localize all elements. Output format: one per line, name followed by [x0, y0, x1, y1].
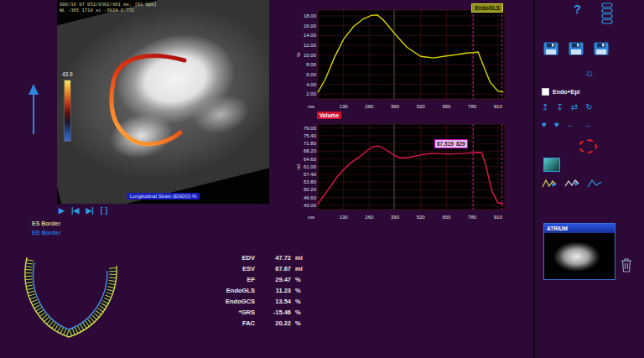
spine-icon[interactable]	[599, 2, 615, 25]
volume-chart[interactable]: 79.0075.4071.8068.2064.6061.0057.4053.80…	[295, 114, 510, 223]
curve-export-button[interactable]	[542, 178, 557, 189]
strain-chart[interactable]: 18.0016.0014.0012.0010.008.006.004.002.0…	[295, 3, 510, 112]
save-image-button[interactable]	[569, 42, 584, 55]
svg-text:780: 780	[468, 215, 477, 220]
endo-border-button[interactable]: ♥	[542, 120, 547, 130]
border-legend: ES Border ED Border	[32, 220, 61, 237]
measure-label: EndoGCS	[211, 296, 255, 307]
measurement-row: EF 29.47 %	[211, 274, 307, 285]
measurement-row: *GRS -15.46 %	[211, 307, 307, 318]
svg-text:18.00: 18.00	[304, 13, 317, 18]
smooth-up-button[interactable]: ↥	[542, 102, 548, 112]
ultrasound-viewer[interactable]: 000/19 07 052/0362/981 ms. [61 bpm] WL -…	[57, 0, 269, 204]
measure-unit: %	[295, 285, 307, 296]
help-button[interactable]: ?	[574, 2, 581, 16]
svg-text:130: 130	[340, 104, 349, 109]
parametric-map-button[interactable]	[543, 158, 560, 172]
sidebar-divider	[533, 0, 535, 358]
endo-epi-checkbox[interactable]	[542, 88, 549, 96]
curve-compare-button[interactable]	[587, 178, 602, 189]
measure-value: 13.54	[259, 296, 291, 307]
strain-contour-overlay	[57, 0, 269, 204]
epi-border-button[interactable]: ♥	[554, 120, 559, 130]
svg-text:2.00: 2.00	[306, 91, 316, 96]
border-edit-row: ♥ ♥ ← →	[542, 120, 591, 130]
endo-epi-label: Endo+Epi	[553, 89, 579, 95]
endogls-badge: EndoGLS	[471, 3, 503, 13]
svg-text:390: 390	[391, 104, 400, 109]
svg-text:68.20: 68.20	[304, 148, 317, 153]
svg-text:53.80: 53.80	[304, 179, 317, 184]
svg-text:8.00: 8.00	[306, 62, 316, 67]
svg-text:650: 650	[442, 104, 451, 109]
svg-text:390: 390	[391, 215, 400, 220]
volume-badge: Volume	[317, 112, 341, 119]
measurement-row: EndoGCS 13.54 %	[211, 296, 307, 307]
measure-unit: %	[295, 307, 307, 318]
frame-select-button[interactable]: [ ]	[101, 206, 108, 215]
measurement-row: FAC 20.22 %	[211, 318, 307, 329]
measure-unit: ml	[295, 252, 307, 263]
svg-text:260: 260	[365, 104, 374, 109]
nudge-left-button[interactable]: ←	[567, 120, 575, 130]
svg-text:520: 520	[417, 215, 426, 220]
volume-chart-plot[interactable]: 79.0075.4071.8068.2064.6061.0057.4053.80…	[295, 114, 510, 223]
delete-series-button[interactable]	[620, 257, 633, 273]
atrium-series-panel[interactable]: ATRIUM	[543, 223, 615, 280]
ed-border-label: ED Border	[32, 229, 61, 238]
measurement-row: EDV 47.72 ml	[211, 252, 307, 263]
measure-unit: %	[295, 296, 307, 307]
volume-cursor-tooltip: 67.519 829	[434, 139, 468, 148]
svg-text:650: 650	[442, 215, 451, 220]
svg-text:6.00: 6.00	[306, 72, 316, 77]
step-last-button[interactable]: ▶|	[86, 206, 93, 215]
curve-tools-row	[542, 178, 602, 189]
svg-text:4.00: 4.00	[306, 82, 316, 87]
measure-label: EDV	[211, 252, 255, 263]
svg-text:ml: ml	[296, 164, 301, 169]
measurement-row: ESV 67.67 ml	[211, 263, 307, 274]
svg-text:46.60: 46.60	[304, 195, 317, 200]
playback-controls: ▶ |◀ ▶| [ ]	[59, 206, 107, 215]
svg-text:64.60: 64.60	[304, 157, 317, 162]
colorbar-max-value: 43.9	[62, 71, 73, 77]
frame-position-arrow	[25, 82, 42, 137]
svg-text:79.00: 79.00	[304, 126, 317, 131]
measurement-row: EndoGLS 11.23 %	[211, 285, 307, 296]
tooltip-time: 829	[456, 140, 465, 148]
svg-text:910: 910	[494, 215, 503, 220]
roi-ellipse-button[interactable]	[579, 139, 597, 153]
svg-text:260: 260	[365, 215, 374, 220]
measure-unit: ml	[295, 263, 307, 274]
measure-value: 47.72	[259, 252, 291, 263]
measure-value: 29.47	[259, 274, 291, 285]
svg-text:12.00: 12.00	[304, 43, 317, 48]
svg-text:780: 780	[468, 104, 477, 109]
brightness-contrast-button[interactable]: ☼	[584, 67, 595, 78]
curve-edit-button[interactable]	[564, 178, 579, 189]
save-report-button[interactable]	[594, 42, 609, 55]
strain-colorbar	[64, 80, 71, 142]
redo-contour-button[interactable]: ↻	[585, 102, 592, 112]
svg-text:71.80: 71.80	[304, 141, 317, 146]
svg-text:14.00: 14.00	[304, 33, 317, 38]
atrial-contour-sketch	[17, 237, 130, 353]
nudge-right-button[interactable]: →	[583, 120, 591, 130]
es-border-label: ES Border	[32, 220, 61, 229]
svg-text:43.00: 43.00	[304, 203, 317, 208]
smooth-down-button[interactable]: ↧	[556, 102, 563, 112]
measure-label: EndoGLS	[211, 285, 255, 296]
endo-epi-option[interactable]: Endo+Epi	[542, 88, 579, 96]
step-first-button[interactable]: |◀	[71, 206, 79, 215]
strain-chart-plot[interactable]: 18.0016.0014.0012.0010.008.006.004.002.0…	[295, 3, 510, 112]
atrium-series-thumbnail[interactable]	[544, 233, 615, 278]
save-exam-button[interactable]	[543, 42, 558, 55]
svg-text:910: 910	[494, 104, 503, 109]
measure-unit: %	[295, 274, 307, 285]
save-buttons-row	[543, 42, 609, 55]
svg-text:520: 520	[417, 104, 426, 109]
contour-adjust-row: ↥ ↧ ⇄ ↻	[542, 102, 593, 112]
play-button[interactable]: ▶	[59, 206, 65, 215]
svg-text:ms: ms	[308, 104, 314, 109]
swap-borders-button[interactable]: ⇄	[571, 102, 578, 112]
